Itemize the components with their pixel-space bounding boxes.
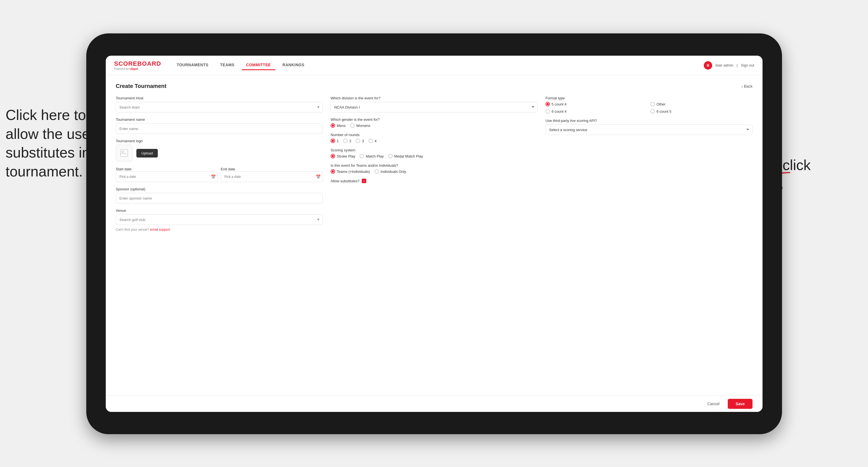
division-group: Which division is the event for? NCAA Di…: [331, 96, 538, 113]
scoring-medal-radio[interactable]: [388, 154, 393, 158]
tablet-device: SCOREBOARD Powered by clippd TOURNAMENTS…: [86, 33, 782, 434]
gender-mens-radio[interactable]: [331, 123, 335, 128]
nav-teams[interactable]: TEAMS: [216, 60, 239, 70]
venue-label: Venue: [116, 209, 323, 213]
tournament-logo-label: Tournament logo: [116, 139, 323, 143]
gender-radio-group: Mens Womens: [331, 123, 538, 128]
nav-right: B blair admin | Sign out: [704, 61, 754, 69]
back-chevron: ‹: [741, 84, 743, 89]
page-title: Create Tournament: [116, 83, 166, 89]
division-select[interactable]: NCAA Division I: [331, 102, 538, 113]
form-col-3: Format type 5 count 4 Other: [546, 96, 752, 231]
svg-point-3: [122, 151, 124, 153]
page-content: Create Tournament ‹ Back Tournament Host…: [106, 75, 763, 412]
nav-committee[interactable]: COMMITTEE: [242, 60, 276, 70]
scoring-stroke-radio[interactable]: [331, 154, 335, 158]
nav-tournaments[interactable]: TOURNAMENTS: [172, 60, 213, 70]
back-button[interactable]: ‹ Back: [741, 84, 752, 89]
tournament-host-input[interactable]: [116, 102, 323, 113]
format-options: 5 count 4 Other 6 count 4: [546, 102, 752, 114]
gender-womens[interactable]: Womens: [350, 123, 370, 128]
upload-button[interactable]: Upload: [136, 149, 158, 158]
rounds-1-radio[interactable]: [331, 138, 335, 143]
format-5count4-radio[interactable]: [546, 102, 550, 106]
event-teams-radio[interactable]: [331, 169, 335, 174]
format-label: Format type: [546, 96, 752, 100]
start-date-wrap: 📅: [116, 172, 218, 182]
logo-area: SCOREBOARD Powered by clippd: [114, 60, 161, 70]
gender-label: Which gender is the event for?: [331, 118, 538, 122]
tournament-logo-group: Tournament logo Upload: [116, 139, 323, 161]
sponsor-group: Sponsor (optional): [116, 187, 323, 204]
event-type-label: Is this event for Teams and/or Individua…: [331, 163, 538, 167]
page-header: Create Tournament ‹ Back: [116, 83, 752, 89]
scoring-group: Scoring system Stroke Play Match Play: [331, 148, 538, 158]
user-name: blair admin: [715, 63, 733, 67]
end-date-input[interactable]: [221, 172, 323, 182]
tournament-name-label: Tournament name: [116, 118, 323, 122]
tournament-host-label: Tournament Host: [116, 96, 323, 100]
format-group: Format type 5 count 4 Other: [546, 96, 752, 114]
gender-womens-radio[interactable]: [350, 123, 354, 128]
start-date-input[interactable]: [116, 172, 218, 182]
scoring-api-label: Use third-party live scoring API?: [546, 119, 752, 123]
cancel-button[interactable]: Cancel: [703, 399, 724, 408]
event-individuals[interactable]: Individuals Only: [375, 169, 406, 174]
sponsor-input[interactable]: [116, 193, 323, 204]
form-layout: Tournament Host ▼ Tournament name Tourna…: [116, 96, 752, 231]
logo-upload-area: Upload: [116, 145, 323, 161]
start-date-icon: 📅: [211, 175, 216, 179]
scoring-stroke[interactable]: Stroke Play: [331, 154, 355, 158]
scoring-match[interactable]: Match Play: [360, 154, 383, 158]
venue-group: Venue ▼ Can't find your venue? email sup…: [116, 209, 323, 231]
substitutes-checkbox[interactable]: ✓: [362, 179, 366, 183]
rounds-3[interactable]: 3: [356, 138, 364, 143]
end-date-label: End date: [221, 167, 235, 171]
format-other-radio[interactable]: [650, 102, 655, 106]
bottom-bar: Cancel Save: [106, 395, 763, 412]
format-6count4-radio[interactable]: [546, 109, 550, 114]
end-date-group: End date 📅: [221, 166, 323, 182]
substitutes-group: Allow substitutes? ✓: [331, 179, 538, 183]
scoring-radio-group: Stroke Play Match Play Medal Match Play: [331, 154, 538, 158]
scoring-medal[interactable]: Medal Match Play: [388, 154, 423, 158]
start-date-group: Start date 📅: [116, 166, 218, 182]
scoring-api-select[interactable]: Select a scoring service: [546, 124, 752, 135]
rounds-2-radio[interactable]: [343, 138, 348, 143]
rounds-group: Number of rounds 1 2: [331, 133, 538, 143]
division-label: Which division is the event for?: [331, 96, 538, 100]
host-dropdown-icon: ▼: [317, 105, 320, 109]
dates-group: Start date 📅 End date 📅: [116, 166, 323, 182]
venue-email-link[interactable]: email support: [150, 228, 170, 231]
rounds-radio-group: 1 2 3 4: [331, 138, 538, 143]
event-individuals-radio[interactable]: [375, 169, 379, 174]
format-6count5-radio[interactable]: [650, 109, 655, 114]
format-6count5[interactable]: 6 count 5: [650, 109, 752, 114]
tablet-screen: SCOREBOARD Powered by clippd TOURNAMENTS…: [106, 56, 763, 412]
image-icon: [120, 149, 128, 157]
venue-dropdown-icon: ▼: [317, 218, 320, 221]
logo-powered: Powered by clippd: [114, 67, 161, 70]
venue-input[interactable]: [116, 214, 323, 225]
rounds-2[interactable]: 2: [343, 138, 351, 143]
rounds-4-radio[interactable]: [368, 138, 373, 143]
tournament-name-input[interactable]: [116, 123, 323, 134]
rounds-1[interactable]: 1: [331, 138, 339, 143]
tournament-host-group: Tournament Host ▼: [116, 96, 323, 113]
scoring-api-group: Use third-party live scoring API? Select…: [546, 119, 752, 135]
event-teams[interactable]: Teams (+Individuals): [331, 169, 370, 174]
nav-rankings[interactable]: RANKINGS: [278, 60, 309, 70]
logo-placeholder: [116, 145, 132, 161]
save-button[interactable]: Save: [728, 399, 752, 409]
form-col-2: Which division is the event for? NCAA Di…: [331, 96, 538, 231]
rounds-3-radio[interactable]: [356, 138, 360, 143]
scoring-match-radio[interactable]: [360, 154, 364, 158]
start-date-label: Start date: [116, 167, 131, 171]
sign-out-link[interactable]: Sign out: [741, 63, 754, 67]
gender-mens[interactable]: Mens: [331, 123, 346, 128]
format-grid: 5 count 4 Other 6 count 4: [546, 102, 752, 114]
format-other[interactable]: Other: [650, 102, 752, 106]
format-6count4[interactable]: 6 count 4: [546, 109, 648, 114]
rounds-4[interactable]: 4: [368, 138, 376, 143]
format-5count4[interactable]: 5 count 4: [546, 102, 648, 106]
